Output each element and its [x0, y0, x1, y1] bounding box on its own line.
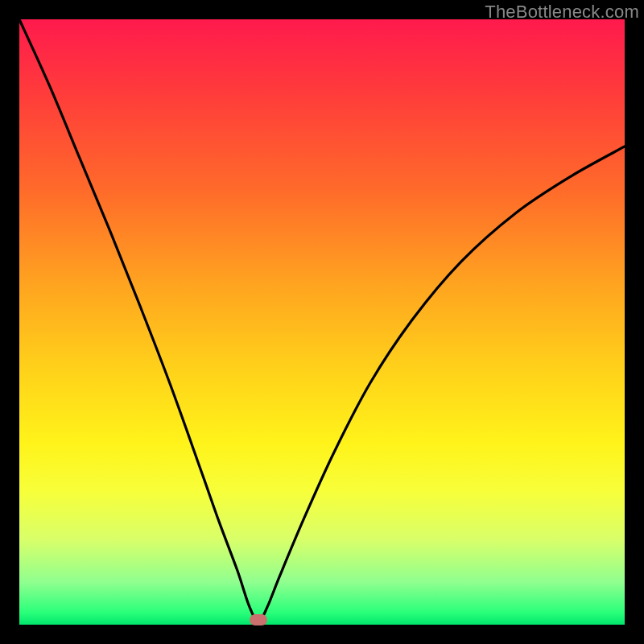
- minimum-marker: [250, 614, 267, 625]
- plot-area: [19, 19, 625, 625]
- watermark-text: TheBottleneck.com: [485, 2, 639, 23]
- bottleneck-curve: [19, 19, 625, 625]
- curve-path: [19, 19, 625, 621]
- outer-frame: TheBottleneck.com: [0, 0, 644, 644]
